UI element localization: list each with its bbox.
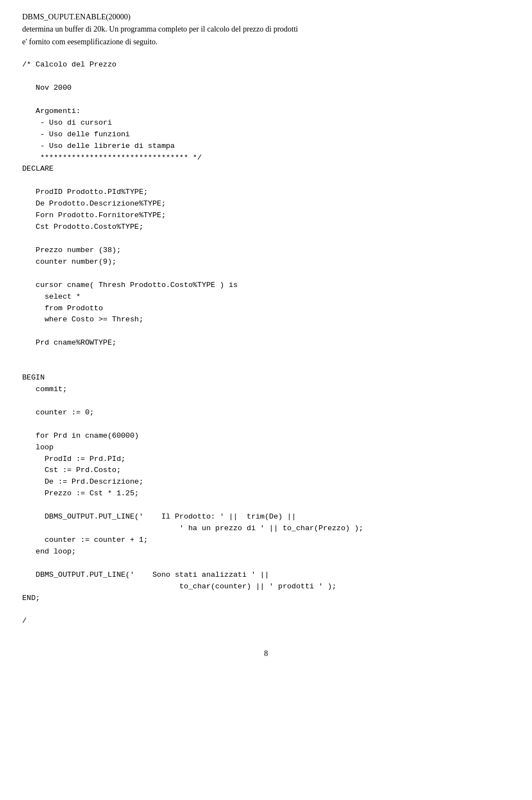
intro-line1: DBMS_OUPUT.ENABLE(20000) (22, 13, 130, 21)
intro-paragraph: DBMS_OUPUT.ENABLE(20000) determina un bu… (22, 11, 510, 48)
page-content: DBMS_OUPUT.ENABLE(20000) determina un bu… (22, 11, 510, 658)
intro-line3: e' fornito com eesemplificazione di segu… (22, 38, 157, 46)
page-number: 8 (22, 649, 510, 658)
code-block: /* Calcolo del Prezzo Nov 2000 Argomenti… (22, 59, 510, 627)
intro-line2: determina un buffer di 20k. Un programma… (22, 25, 298, 33)
